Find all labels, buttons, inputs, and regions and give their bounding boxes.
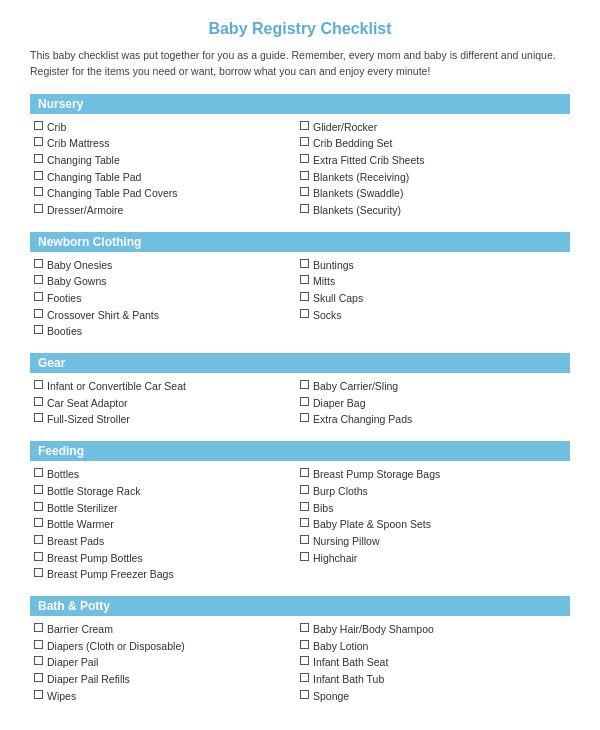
list-item: Socks (300, 308, 566, 323)
list-item: Changing Table Pad (34, 170, 300, 185)
checkbox-icon[interactable] (34, 535, 43, 544)
checkbox-icon[interactable] (34, 413, 43, 422)
item-label: Blankets (Security) (313, 203, 401, 218)
section-newborn-clothing-col2: BuntingsMittsSkull CapsSocks (300, 258, 566, 339)
item-label: Baby Lotion (313, 639, 368, 654)
checkbox-icon[interactable] (34, 485, 43, 494)
section-body-nursery: CribCrib MattressChanging TableChanging … (30, 120, 570, 218)
checkbox-icon[interactable] (34, 259, 43, 268)
item-label: Booties (47, 324, 82, 339)
checkbox-icon[interactable] (300, 309, 309, 318)
checkbox-icon[interactable] (34, 518, 43, 527)
section-gear-col1: Infant or Convertible Car SeatCar Seat A… (34, 379, 300, 427)
checkbox-icon[interactable] (300, 485, 309, 494)
checkbox-icon[interactable] (300, 535, 309, 544)
checkbox-icon[interactable] (300, 259, 309, 268)
checkbox-icon[interactable] (34, 623, 43, 632)
section-gear-col2: Baby Carrier/SlingDiaper BagExtra Changi… (300, 379, 566, 427)
checkbox-icon[interactable] (300, 121, 309, 130)
item-label: Sponge (313, 689, 349, 704)
checkbox-icon[interactable] (300, 171, 309, 180)
list-item: Buntings (300, 258, 566, 273)
list-item: Footies (34, 291, 300, 306)
list-item: Highchair (300, 551, 566, 566)
item-label: Blankets (Receiving) (313, 170, 409, 185)
item-label: Mitts (313, 274, 335, 289)
item-label: Bottle Sterilizer (47, 501, 118, 516)
list-item: Baby Lotion (300, 639, 566, 654)
item-label: Full-Sized Stroller (47, 412, 130, 427)
list-item: Infant or Convertible Car Seat (34, 379, 300, 394)
checkbox-icon[interactable] (34, 121, 43, 130)
list-item: Bottle Storage Rack (34, 484, 300, 499)
item-label: Crib (47, 120, 66, 135)
item-label: Blankets (Swaddle) (313, 186, 403, 201)
list-item: Bibs (300, 501, 566, 516)
list-item: Nursing Pillow (300, 534, 566, 549)
checkbox-icon[interactable] (300, 275, 309, 284)
list-item: Bottles (34, 467, 300, 482)
checkbox-icon[interactable] (34, 171, 43, 180)
checkbox-icon[interactable] (34, 154, 43, 163)
checkbox-icon[interactable] (300, 623, 309, 632)
checkbox-icon[interactable] (34, 673, 43, 682)
item-label: Skull Caps (313, 291, 363, 306)
list-item: Baby Hair/Body Shampoo (300, 622, 566, 637)
checkbox-icon[interactable] (34, 640, 43, 649)
checkbox-icon[interactable] (34, 690, 43, 699)
checkbox-icon[interactable] (300, 468, 309, 477)
checkbox-icon[interactable] (300, 397, 309, 406)
list-item: Breast Pads (34, 534, 300, 549)
item-label: Baby Hair/Body Shampoo (313, 622, 434, 637)
list-item: Sponge (300, 689, 566, 704)
checkbox-icon[interactable] (300, 380, 309, 389)
checkbox-icon[interactable] (34, 187, 43, 196)
checkbox-icon[interactable] (300, 204, 309, 213)
list-item: Bottle Sterilizer (34, 501, 300, 516)
section-feeding: FeedingBottlesBottle Storage RackBottle … (30, 441, 570, 582)
section-bath-potty: Bath & PottyBarrier CreamDiapers (Cloth … (30, 596, 570, 703)
checkbox-icon[interactable] (34, 204, 43, 213)
checkbox-icon[interactable] (34, 325, 43, 334)
section-header-bath-potty: Bath & Potty (30, 596, 570, 616)
intro-text: This baby checklist was put together for… (30, 48, 570, 80)
section-feeding-col2: Breast Pump Storage BagsBurp ClothsBibsB… (300, 467, 566, 582)
checkbox-icon[interactable] (300, 502, 309, 511)
checkbox-icon[interactable] (300, 640, 309, 649)
list-item: Baby Plate & Spoon Sets (300, 517, 566, 532)
checkbox-icon[interactable] (34, 137, 43, 146)
section-newborn-clothing: Newborn ClothingBaby OnesiesBaby GownsFo… (30, 232, 570, 339)
item-label: Breast Pads (47, 534, 104, 549)
checkbox-icon[interactable] (300, 292, 309, 301)
list-item: Extra Fitted Crib Sheets (300, 153, 566, 168)
checkbox-icon[interactable] (34, 568, 43, 577)
checkbox-icon[interactable] (34, 656, 43, 665)
item-label: Barrier Cream (47, 622, 113, 637)
checkbox-icon[interactable] (34, 468, 43, 477)
checkbox-icon[interactable] (300, 413, 309, 422)
checkbox-icon[interactable] (300, 187, 309, 196)
checkbox-icon[interactable] (34, 552, 43, 561)
checkbox-icon[interactable] (300, 518, 309, 527)
checkbox-icon[interactable] (34, 502, 43, 511)
checkbox-icon[interactable] (34, 397, 43, 406)
list-item: Changing Table Pad Covers (34, 186, 300, 201)
item-label: Infant or Convertible Car Seat (47, 379, 186, 394)
checkbox-icon[interactable] (300, 552, 309, 561)
checkbox-icon[interactable] (34, 380, 43, 389)
item-label: Crib Mattress (47, 136, 109, 151)
item-label: Extra Changing Pads (313, 412, 412, 427)
checkbox-icon[interactable] (300, 154, 309, 163)
item-label: Glider/Rocker (313, 120, 377, 135)
checkbox-icon[interactable] (300, 137, 309, 146)
page-title: Baby Registry Checklist (30, 20, 570, 38)
checkbox-icon[interactable] (300, 656, 309, 665)
checkbox-icon[interactable] (300, 673, 309, 682)
item-label: Buntings (313, 258, 354, 273)
checkbox-icon[interactable] (34, 275, 43, 284)
item-label: Infant Bath Seat (313, 655, 388, 670)
checkbox-icon[interactable] (34, 292, 43, 301)
item-label: Diaper Bag (313, 396, 366, 411)
checkbox-icon[interactable] (34, 309, 43, 318)
checkbox-icon[interactable] (300, 690, 309, 699)
